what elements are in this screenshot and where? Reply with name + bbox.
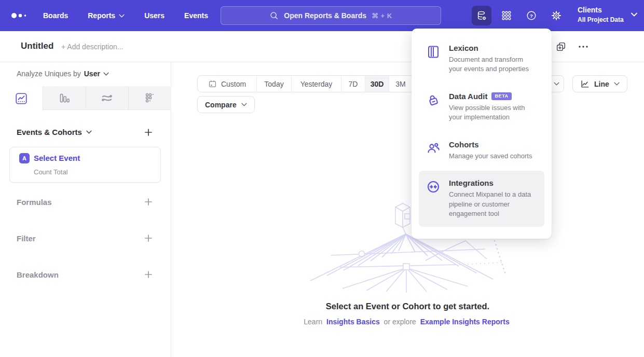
top-navigation-bar: Boards Reports Users Events Open Reports…	[0, 0, 644, 31]
nav-boards[interactable]: Boards	[43, 11, 68, 20]
date-range-30d[interactable]: 30D	[365, 76, 389, 92]
series-a-badge: A	[19, 153, 30, 163]
breakdown-label: Breakdown	[17, 270, 59, 279]
copy-icon	[555, 41, 567, 52]
calendar-icon	[208, 79, 217, 88]
ellipsis-icon	[577, 40, 590, 53]
beta-badge: BETA	[491, 92, 511, 100]
chart-type-dropdown[interactable]: Line	[572, 75, 627, 92]
query-builder-sidebar: Analyze Uniques by User	[0, 62, 171, 357]
menu-item-cohorts[interactable]: Cohorts Manage your saved cohorts	[419, 132, 544, 169]
count-total-label: Count Total	[34, 168, 68, 176]
example-reports-link[interactable]: Example Insights Reports	[420, 318, 510, 326]
tab-retention-grid[interactable]	[129, 86, 171, 109]
nav-users[interactable]: Users	[144, 11, 165, 20]
search-icon	[269, 11, 279, 20]
nav-reports[interactable]: Reports	[88, 11, 125, 20]
help-button[interactable]: ?	[522, 6, 541, 25]
settings-button[interactable]	[546, 6, 566, 25]
date-range-7d[interactable]: 7D	[341, 76, 365, 92]
grid-icon	[501, 10, 512, 21]
apps-grid-button[interactable]	[497, 6, 516, 25]
chevron-down-icon	[554, 82, 559, 86]
report-title[interactable]: Untitled	[21, 41, 53, 51]
report-description-placeholder[interactable]: + Add description...	[61, 43, 123, 51]
chevron-down-icon	[86, 130, 92, 134]
project-switcher[interactable]: Clients All Project Data	[578, 5, 637, 24]
tab-insights-line[interactable]	[0, 86, 43, 111]
empty-state-links: Learn Insights Basics or explore Example…	[171, 318, 644, 326]
primary-nav: Boards Reports Users Events	[43, 0, 208, 31]
search-shortcut: ⌘ + K	[372, 12, 392, 20]
chevron-down-icon	[241, 103, 247, 106]
filter-label: Filter	[17, 234, 36, 243]
analyze-label: Analyze Uniques by	[17, 70, 81, 78]
add-event-button[interactable]	[143, 127, 154, 138]
data-management-menu: Lexicon Document and transform your even…	[412, 29, 552, 239]
search-placeholder: Open Reports & Boards	[284, 11, 366, 20]
project-name: All Project Data	[578, 16, 624, 24]
lexicon-book-icon	[426, 44, 441, 74]
add-filter-button[interactable]	[143, 233, 154, 243]
insights-basics-link[interactable]: Insights Basics	[326, 318, 380, 326]
data-management-button[interactable]	[472, 6, 491, 25]
date-range-custom[interactable]: Custom	[198, 76, 257, 92]
svg-text:?: ?	[530, 13, 533, 19]
formulas-label: Formulas	[17, 198, 52, 207]
menu-item-lexicon[interactable]: Lexicon Document and transform your even…	[419, 36, 544, 82]
menu-item-integrations[interactable]: Integrations Connect Mixpanel to a data …	[419, 171, 544, 226]
data-audit-lock-icon	[426, 92, 441, 122]
events-cohorts-header[interactable]: Events & Cohorts	[17, 128, 92, 136]
chevron-down-icon	[631, 12, 637, 17]
empty-state-title: Select an Event or Cohort to get started…	[171, 301, 644, 311]
integrations-sync-icon	[426, 178, 441, 218]
chevron-down-icon	[614, 82, 620, 86]
flows-tab-icon	[100, 91, 114, 105]
nav-events[interactable]: Events	[184, 11, 208, 20]
chevron-down-icon	[103, 72, 109, 76]
compare-dropdown[interactable]: Compare	[197, 96, 255, 113]
dot-grid-tab-icon	[143, 91, 157, 105]
tab-flows[interactable]	[86, 86, 129, 109]
add-formula-button[interactable]	[143, 197, 154, 207]
mixpanel-app: Boards Reports Users Events Open Reports…	[0, 0, 644, 357]
chevron-down-icon	[119, 14, 125, 18]
mixpanel-logo-icon[interactable]	[10, 11, 29, 20]
select-event-label: Select Event	[34, 154, 80, 162]
search-input[interactable]: Open Reports & Boards ⌘ + K	[221, 6, 441, 25]
report-canvas: Custom Today Yesterday 7D 30D 3M 6M Comp…	[171, 62, 644, 357]
analyze-uniques-row: Analyze Uniques by User	[17, 70, 109, 78]
menu-item-data-audit[interactable]: Data Audit BETA View possible issues wit…	[419, 84, 544, 130]
gear-icon	[551, 10, 562, 21]
date-range-today[interactable]: Today	[257, 76, 292, 92]
line-chart-tab-icon	[15, 92, 28, 105]
org-name: Clients	[578, 5, 624, 16]
bar-chart-tab-icon	[58, 91, 71, 105]
tab-bar-chart[interactable]	[43, 86, 86, 109]
select-event-card[interactable]: A Select Event Count Total	[9, 147, 161, 183]
analyze-value-dropdown[interactable]: User	[84, 70, 109, 78]
more-options-button[interactable]	[577, 40, 590, 53]
cohorts-people-icon	[426, 140, 441, 161]
add-breakdown-button[interactable]	[143, 269, 154, 280]
help-icon: ?	[526, 10, 537, 21]
date-range-yesterday[interactable]: Yesterday	[292, 76, 341, 92]
date-range-3m[interactable]: 3M	[389, 76, 413, 92]
database-gear-icon	[476, 10, 487, 21]
line-chart-icon	[580, 79, 590, 89]
chart-type-tabs	[0, 86, 171, 110]
duplicate-report-button[interactable]	[555, 40, 567, 53]
